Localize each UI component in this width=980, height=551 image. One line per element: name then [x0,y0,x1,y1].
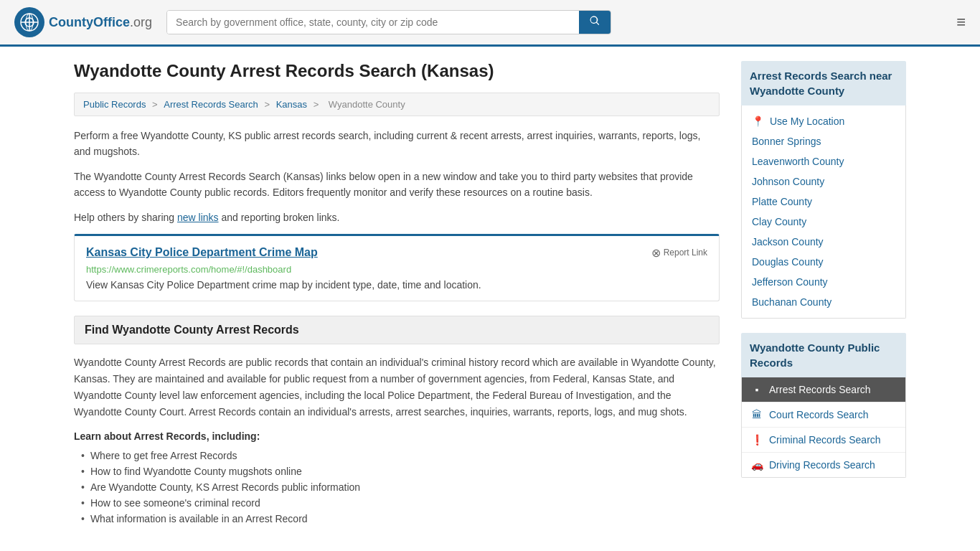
list-item: Are Wyandotte County, KS Arrest Records … [81,479,720,495]
page-title: Wyandotte County Arrest Records Search (… [74,61,720,81]
sidebar-pub-court-records[interactable]: 🏛 Court Records Search [742,402,905,428]
list-item: What information is available in an Arre… [81,511,720,527]
sidebar-nearby-jefferson[interactable]: Jefferson County [742,272,905,292]
description-1: Perform a free Wyandotte County, KS publ… [74,128,720,160]
sidebar-nearby-title: Arrest Records Search near Wyandotte Cou… [741,61,906,105]
logo-icon [14,7,44,37]
search-input[interactable] [167,11,579,34]
link-card-url[interactable]: https://www.crimereports.com/home/#!/das… [86,264,707,275]
sidebar-nearby-leavenworth[interactable]: Leavenworth County [742,151,905,171]
site-header: CountyOffice.org ≡ [0,0,980,47]
sidebar-use-my-location[interactable]: 📍 Use My Location [742,111,905,131]
sidebar-nearby-clay[interactable]: Clay County [742,212,905,232]
list-item: How to find Wyandotte County mugshots on… [81,463,720,479]
section-body-text: Wyandotte County Arrest Records are publ… [74,354,720,420]
breadcrumb: Public Records > Arrest Records Search >… [74,93,720,116]
sidebar-nearby-buchanan[interactable]: Buchanan County [742,292,905,312]
sidebar-nearby-bonner-springs[interactable]: Bonner Springs [742,131,905,151]
driving-records-icon: 🚗 [750,459,763,471]
sidebar-nearby-jackson[interactable]: Jackson County [742,232,905,252]
sidebar-nearby-johnson[interactable]: Johnson County [742,171,905,192]
breadcrumb-kansas[interactable]: Kansas [276,99,307,110]
sidebar-nearby-platte[interactable]: Platte County [742,192,905,212]
description-2: The Wyandotte County Arrest Records Sear… [74,169,720,201]
main-wrapper: Wyandotte County Arrest Records Search (… [60,47,920,541]
criminal-records-icon: ❗ [750,434,763,446]
search-bar [166,10,611,34]
sidebar-public-records-links: ▪ Arrest Records Search 🏛 Court Records … [741,377,906,478]
arrest-records-icon: ▪ [750,384,763,395]
sidebar: Arrest Records Search near Wyandotte Cou… [741,61,906,527]
court-records-icon: 🏛 [750,409,763,420]
location-icon: 📍 [752,116,764,127]
breadcrumb-public-records[interactable]: Public Records [83,99,146,110]
list-item: Where to get free Arrest Records [81,448,720,463]
logo[interactable]: CountyOffice.org [14,7,152,37]
logo-text: CountyOffice.org [49,15,152,30]
learn-list: Where to get free Arrest Records How to … [74,448,720,527]
sidebar-nearby-links: 📍 Use My Location Bonner Springs Leavenw… [741,105,906,319]
search-button[interactable] [579,11,611,34]
link-card-header: Kansas City Police Department Crime Map … [86,246,707,260]
link-card-description: View Kansas City Police Department crime… [86,279,707,291]
description-3: Help others by sharing new links and rep… [74,209,720,225]
new-links-link[interactable]: new links [177,212,219,223]
menu-button[interactable]: ≡ [956,13,966,32]
sidebar-public-records-title: Wyandotte County Public Records [741,333,906,377]
breadcrumb-current: Wyandotte County [329,99,405,110]
report-link-button[interactable]: ⊗ Report Link [651,246,707,260]
content-area: Wyandotte County Arrest Records Search (… [74,61,720,527]
sidebar-nearby-douglas[interactable]: Douglas County [742,252,905,272]
link-card: Kansas City Police Department Crime Map … [74,234,720,301]
sidebar-pub-arrest-records[interactable]: ▪ Arrest Records Search [742,377,905,402]
learn-heading: Learn about Arrest Records, including: [74,430,720,442]
list-item: How to see someone's criminal record [81,495,720,511]
section-find-header: Find Wyandotte County Arrest Records [74,316,720,344]
breadcrumb-arrest-records[interactable]: Arrest Records Search [164,99,258,110]
sidebar-pub-criminal-records[interactable]: ❗ Criminal Records Search [742,428,905,453]
link-card-title[interactable]: Kansas City Police Department Crime Map [86,246,318,259]
sidebar-pub-driving-records[interactable]: 🚗 Driving Records Search [742,453,905,477]
